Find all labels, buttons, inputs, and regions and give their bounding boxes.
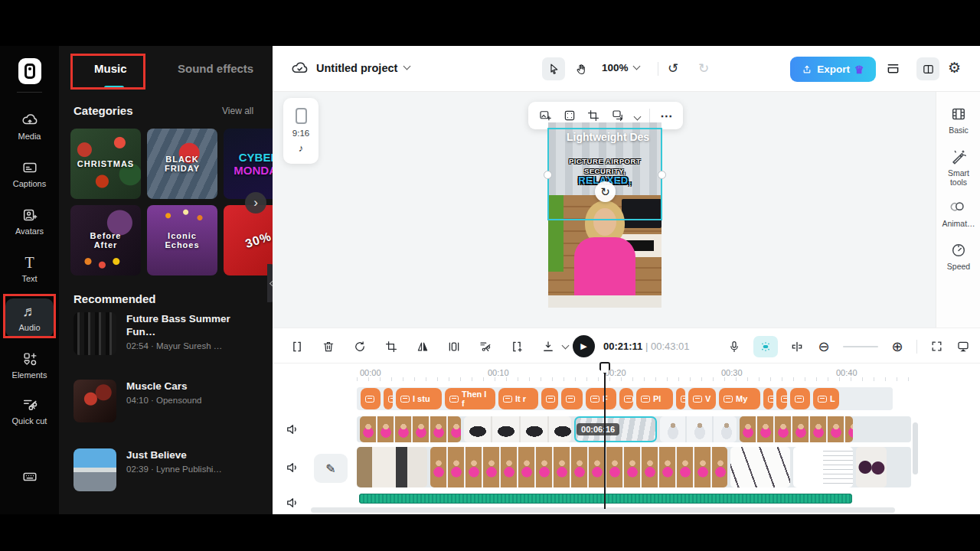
aspect-ratio-card[interactable]: 9:16 ♪ (283, 98, 318, 164)
snap-split-icon[interactable] (789, 339, 805, 354)
rotate-icon[interactable] (352, 339, 368, 354)
more-options-icon[interactable]: ⋯ (658, 108, 674, 123)
view-all-link[interactable]: View all (222, 106, 253, 116)
sidebar-item-elements[interactable]: Elements (0, 350, 59, 380)
timeline-clip[interactable] (856, 447, 887, 487)
track1-mute-speaker-icon[interactable] (285, 422, 300, 437)
chevron-down-icon[interactable] (633, 63, 641, 70)
caption-clip[interactable] (541, 388, 558, 409)
tool-animations[interactable]: Animat… (936, 199, 980, 228)
caption-clip[interactable]: My (719, 388, 760, 409)
category-tile-cyber-monday[interactable]: CYBERMONDAY (224, 129, 273, 199)
vertical-scrollbar[interactable] (913, 422, 918, 474)
tool-speed[interactable]: Speed (936, 242, 980, 271)
sidebar-item-avatars[interactable]: Avatars (0, 207, 59, 236)
caption-clip[interactable] (790, 388, 810, 409)
caption-clip[interactable] (619, 388, 633, 409)
undo-icon[interactable]: ↺ (668, 60, 678, 77)
sidebar-item-quick-cut[interactable]: Quick cut (0, 396, 59, 425)
capcut-logo-icon[interactable] (18, 58, 41, 84)
pointer-tool-button[interactable] (542, 57, 565, 80)
split-right-icon[interactable] (509, 339, 524, 354)
caption-clip[interactable]: L (813, 388, 839, 409)
caption-clip[interactable]: It r (498, 388, 538, 409)
music-list-item[interactable]: Future Bass Summer Fun… 02:54 · Mayur Su… (74, 312, 262, 357)
caption-clip[interactable] (763, 388, 773, 409)
category-tile-christmas[interactable]: CHRISTMAS (70, 129, 141, 199)
hand-tool-button[interactable] (570, 57, 593, 80)
caption-clip[interactable]: Then I f (445, 388, 495, 409)
sidebar-item-media[interactable]: Media (0, 112, 59, 141)
tool-smart-tools[interactable]: Smart tools (936, 148, 980, 187)
audio-track-waveform[interactable] (359, 494, 852, 504)
category-tile-black-friday[interactable]: BLACK FRIDAY (147, 129, 217, 199)
tab-sound-effects[interactable]: Sound effects (178, 62, 253, 75)
sidebar-item-text[interactable]: T Text (0, 254, 59, 283)
add-media-icon[interactable] (537, 108, 553, 123)
timeline-clip[interactable] (660, 416, 737, 442)
replace-media-icon[interactable] (610, 108, 626, 123)
timeline-zoom-slider[interactable] (843, 346, 878, 347)
delete-trash-icon[interactable] (321, 339, 336, 354)
music-list-item[interactable]: Just Believe 02:39 · Lynne Publishi… (74, 448, 262, 493)
category-tile-sale[interactable]: 30% (224, 205, 273, 276)
smart-split-icon[interactable] (478, 339, 493, 354)
caption-clip[interactable]: V (688, 388, 716, 409)
timeline-clip[interactable] (730, 447, 790, 487)
tool-basic[interactable]: Basic (936, 106, 980, 135)
sidebar-item-captions[interactable]: Captions (0, 159, 59, 188)
ai-voice-button[interactable] (753, 336, 778, 357)
caption-clip[interactable] (676, 388, 685, 409)
sidebar-item-audio[interactable]: ♬ Audio (5, 298, 54, 337)
track3-mute-speaker-icon[interactable] (285, 495, 300, 510)
caption-clip[interactable]: Pl (636, 388, 673, 409)
export-button[interactable]: Export ♛ (790, 57, 876, 82)
chevron-down-icon[interactable] (633, 112, 641, 120)
caption-clip[interactable]: F (586, 388, 616, 409)
timeline-clip[interactable] (740, 416, 853, 442)
toggle-panel-layout-button[interactable] (916, 57, 939, 80)
microphone-icon[interactable] (727, 339, 742, 354)
fullscreen-icon[interactable] (929, 339, 944, 354)
zoom-level[interactable]: 100% (602, 62, 629, 73)
category-tile-before-after[interactable]: Before After (70, 205, 141, 276)
shortcut-keyboard-button[interactable] (0, 468, 59, 485)
crop-icon[interactable] (384, 339, 399, 354)
frame-icon[interactable] (562, 108, 577, 123)
preview-display-icon[interactable] (956, 339, 971, 354)
redo-icon[interactable]: ↻ (698, 60, 709, 77)
rotate-handle-button[interactable]: ↻ (595, 181, 616, 202)
timeline-clip[interactable] (793, 447, 853, 487)
categories-next-arrow-button[interactable]: › (245, 192, 266, 214)
zoom-in-icon[interactable]: ⊕ (890, 339, 905, 354)
render-queue-icon[interactable] (885, 60, 901, 77)
caption-clip[interactable] (561, 388, 583, 409)
zoom-out-icon[interactable]: ⊖ (816, 339, 831, 354)
horizontal-scrollbar[interactable] (311, 507, 895, 513)
caption-clip[interactable] (361, 388, 381, 409)
project-title[interactable]: Untitled project (316, 62, 397, 74)
edit-pencil-button[interactable]: ✎ (314, 454, 348, 483)
timeline-clip-selected[interactable]: 00:06:16 (574, 416, 657, 442)
track2-mute-speaker-icon[interactable] (285, 460, 300, 475)
caption-clip[interactable] (776, 388, 787, 409)
timeline-clip[interactable] (464, 416, 571, 442)
category-tile-iconic-echoes[interactable]: Iconic Echoes (147, 205, 217, 276)
timeline-clip[interactable] (430, 447, 727, 487)
play-button[interactable]: ▶ (573, 335, 595, 357)
music-list-item[interactable]: Muscle Cars 04:10 · Opensound (74, 380, 262, 424)
timeline-clip[interactable] (357, 447, 427, 487)
chevron-down-icon[interactable] (403, 63, 411, 70)
crop-icon[interactable] (586, 108, 601, 123)
mirror-flip-icon[interactable] (415, 339, 430, 354)
settings-gear-icon[interactable]: ⚙ (948, 59, 961, 77)
caption-clip[interactable]: I stu (396, 388, 442, 409)
split-icon[interactable] (289, 339, 305, 354)
chevron-down-icon[interactable] (562, 341, 570, 349)
tab-music[interactable]: Music (94, 62, 127, 75)
playhead-line[interactable] (604, 365, 606, 509)
download-icon[interactable] (541, 339, 556, 354)
caption-clip[interactable] (384, 388, 393, 409)
timeline-clip[interactable] (360, 416, 461, 442)
mask-icon[interactable] (446, 339, 462, 354)
